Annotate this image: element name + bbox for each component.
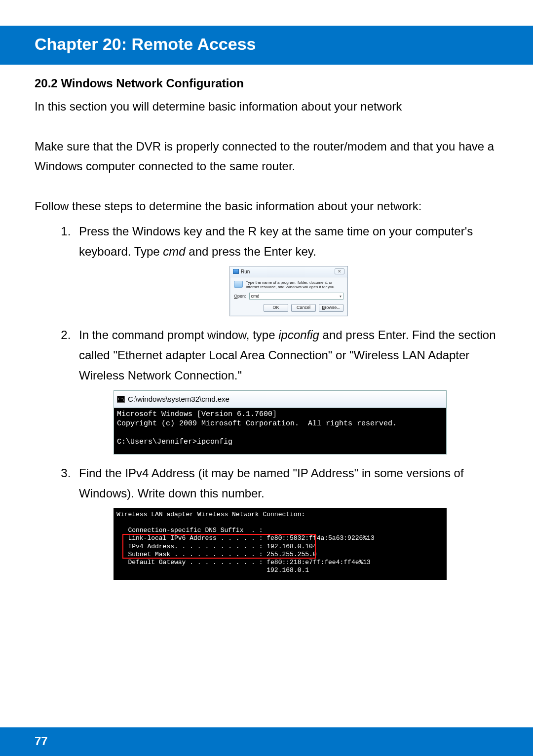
- run-dialog: Run ✕ Type the name of a program, folder…: [229, 266, 348, 316]
- run-description: Type the name of a program, folder, docu…: [246, 280, 343, 290]
- ok-button[interactable]: OK: [264, 304, 288, 312]
- step-1-cmd: cmd: [163, 245, 185, 258]
- close-icon[interactable]: ✕: [335, 268, 344, 274]
- section-heading: 20.2 Windows Network Configuration: [35, 74, 498, 94]
- step-1: Press the Windows key and the R key at t…: [74, 222, 498, 316]
- run-dialog-titlebar: Run ✕: [230, 266, 347, 277]
- step-3: Find the IPv4 Address (it may be named "…: [74, 463, 498, 580]
- chapter-title: Chapter 20: Remote Access: [0, 26, 533, 65]
- open-input-value: cmd: [251, 293, 260, 300]
- open-input[interactable]: cmd ▾: [249, 293, 343, 300]
- cancel-button[interactable]: Cancel: [291, 304, 316, 312]
- highlight-box: [122, 534, 316, 559]
- cmd-window-titlebar: C:\windows\system32\cmd.exe: [114, 390, 447, 408]
- run-title-text: Run: [241, 267, 250, 276]
- run-program-icon: [234, 281, 243, 288]
- step-2: In the command prompt window, type ipcon…: [74, 325, 498, 454]
- step-3-text: Find the IPv4 Address (it may be named "…: [79, 466, 464, 500]
- step-2-text-a: In the command prompt window, type: [79, 328, 278, 341]
- step-1-text-b: and press the Enter key.: [186, 245, 316, 258]
- cmd-output-1: Microsoft Windows [Version 6.1.7600] Cop…: [114, 408, 447, 454]
- cmd-icon: [117, 396, 125, 403]
- intro-paragraph: In this section you will determine basic…: [35, 97, 498, 117]
- browse-button[interactable]: Browse...: [319, 304, 343, 312]
- page-footer: 77: [0, 727, 533, 756]
- cmd-title-text: C:\windows\system32\cmd.exe: [128, 393, 229, 406]
- follow-paragraph: Follow these steps to determine the basi…: [35, 196, 498, 217]
- page-number: 77: [35, 734, 48, 748]
- dropdown-icon[interactable]: ▾: [340, 293, 342, 300]
- prereq-paragraph: Make sure that the DVR is properly conne…: [35, 137, 498, 177]
- step-2-cmd: ipconfig: [278, 328, 319, 341]
- open-label: Open:: [234, 293, 246, 300]
- run-icon: [233, 269, 239, 274]
- cmd-output-2: Wireless LAN adapter Wireless Network Co…: [114, 508, 447, 580]
